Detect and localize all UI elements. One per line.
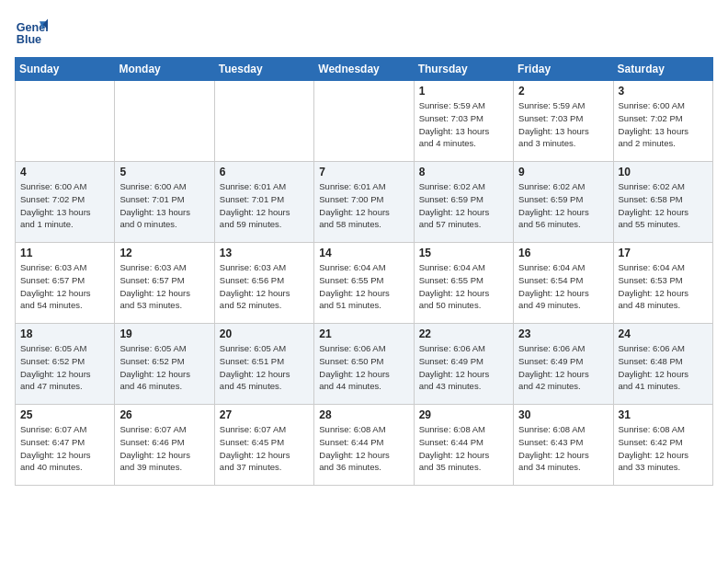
calendar-day: 28Sunrise: 6:08 AMSunset: 6:44 PMDayligh… [314,405,414,486]
day-number: 20 [220,327,309,340]
calendar-day: 11Sunrise: 6:03 AMSunset: 6:57 PMDayligh… [16,243,115,324]
logo-icon: General Blue [15,15,48,48]
calendar-day: 27Sunrise: 6:07 AMSunset: 6:45 PMDayligh… [214,405,313,486]
calendar-day: 25Sunrise: 6:07 AMSunset: 6:47 PMDayligh… [16,405,115,486]
weekday-header-thursday: Thursday [414,58,513,81]
logo: General Blue [15,15,51,48]
calendar-day: 15Sunrise: 6:04 AMSunset: 6:55 PMDayligh… [414,243,513,324]
day-number: 11 [20,247,109,259]
day-number: 17 [619,247,708,259]
day-info: Sunrise: 6:00 AMSunset: 7:01 PMDaylight:… [119,180,209,231]
day-info: Sunrise: 6:04 AMSunset: 6:53 PMDaylight:… [619,261,708,312]
calendar-day: 1Sunrise: 5:59 AMSunset: 7:03 PMDaylight… [414,81,513,162]
calendar-body: 1Sunrise: 5:59 AMSunset: 7:03 PMDaylight… [16,81,713,486]
day-number: 15 [419,247,508,259]
day-number: 26 [119,408,209,421]
calendar-day: 3Sunrise: 6:00 AMSunset: 7:02 PMDaylight… [613,81,712,162]
day-info: Sunrise: 6:07 AMSunset: 6:47 PMDaylight:… [20,423,109,474]
day-number: 4 [20,166,109,178]
day-info: Sunrise: 6:03 AMSunset: 6:57 PMDaylight:… [119,261,209,312]
calendar-day: 30Sunrise: 6:08 AMSunset: 6:43 PMDayligh… [514,405,613,486]
day-number: 24 [619,327,708,340]
day-info: Sunrise: 6:03 AMSunset: 6:56 PMDaylight:… [220,261,309,312]
day-number: 30 [518,408,608,421]
svg-text:Blue: Blue [17,33,41,46]
calendar-day: 9Sunrise: 6:02 AMSunset: 6:59 PMDaylight… [514,162,613,243]
calendar-day [314,81,414,162]
page-header: General Blue [15,15,713,48]
day-info: Sunrise: 6:00 AMSunset: 7:02 PMDaylight:… [20,180,109,231]
day-number: 2 [518,85,608,98]
day-number: 16 [518,247,608,259]
day-number: 7 [319,166,408,178]
day-info: Sunrise: 6:05 AMSunset: 6:51 PMDaylight:… [220,342,309,393]
calendar-day: 13Sunrise: 6:03 AMSunset: 6:56 PMDayligh… [214,243,313,324]
day-number: 3 [619,85,708,98]
day-info: Sunrise: 6:08 AMSunset: 6:43 PMDaylight:… [518,423,608,474]
weekday-header-friday: Friday [514,58,613,81]
day-info: Sunrise: 6:06 AMSunset: 6:50 PMDaylight:… [319,342,408,393]
day-info: Sunrise: 6:05 AMSunset: 6:52 PMDaylight:… [20,342,109,393]
calendar-day: 16Sunrise: 6:04 AMSunset: 6:54 PMDayligh… [514,243,613,324]
calendar-day: 8Sunrise: 6:02 AMSunset: 6:59 PMDaylight… [414,162,513,243]
day-info: Sunrise: 6:06 AMSunset: 6:49 PMDaylight:… [518,342,608,393]
day-info: Sunrise: 6:02 AMSunset: 6:59 PMDaylight:… [518,180,608,231]
day-info: Sunrise: 6:08 AMSunset: 6:44 PMDaylight:… [419,423,508,474]
day-info: Sunrise: 6:04 AMSunset: 6:55 PMDaylight:… [319,261,408,312]
calendar-day: 29Sunrise: 6:08 AMSunset: 6:44 PMDayligh… [414,405,513,486]
calendar-day: 31Sunrise: 6:08 AMSunset: 6:42 PMDayligh… [613,405,712,486]
day-info: Sunrise: 6:02 AMSunset: 6:58 PMDaylight:… [619,180,708,231]
day-info: Sunrise: 6:01 AMSunset: 7:01 PMDaylight:… [220,180,309,231]
day-info: Sunrise: 6:07 AMSunset: 6:45 PMDaylight:… [220,423,309,474]
weekday-header-tuesday: Tuesday [214,58,313,81]
weekday-header-wednesday: Wednesday [314,58,414,81]
day-info: Sunrise: 6:04 AMSunset: 6:54 PMDaylight:… [518,261,608,312]
day-number: 23 [518,327,608,340]
day-number: 21 [319,327,408,340]
calendar-header: SundayMondayTuesdayWednesdayThursdayFrid… [16,58,713,81]
calendar-week-2: 4Sunrise: 6:00 AMSunset: 7:02 PMDaylight… [16,162,713,243]
weekday-header-sunday: Sunday [16,58,115,81]
calendar-day: 26Sunrise: 6:07 AMSunset: 6:46 PMDayligh… [115,405,214,486]
day-number: 27 [220,408,309,421]
calendar-day: 23Sunrise: 6:06 AMSunset: 6:49 PMDayligh… [514,324,613,405]
calendar-day: 12Sunrise: 6:03 AMSunset: 6:57 PMDayligh… [115,243,214,324]
day-number: 12 [119,247,209,259]
day-number: 9 [518,166,608,178]
calendar-day: 5Sunrise: 6:00 AMSunset: 7:01 PMDaylight… [115,162,214,243]
day-number: 1 [419,85,508,98]
day-number: 6 [220,166,309,178]
calendar-day [214,81,313,162]
day-number: 5 [119,166,209,178]
calendar-day: 22Sunrise: 6:06 AMSunset: 6:49 PMDayligh… [414,324,513,405]
weekday-header-saturday: Saturday [613,58,712,81]
calendar-week-5: 25Sunrise: 6:07 AMSunset: 6:47 PMDayligh… [16,405,713,486]
day-info: Sunrise: 6:07 AMSunset: 6:46 PMDaylight:… [119,423,209,474]
calendar-week-1: 1Sunrise: 5:59 AMSunset: 7:03 PMDaylight… [16,81,713,162]
day-number: 14 [319,247,408,259]
day-info: Sunrise: 5:59 AMSunset: 7:03 PMDaylight:… [419,99,508,150]
calendar-day [115,81,214,162]
day-info: Sunrise: 6:00 AMSunset: 7:02 PMDaylight:… [619,99,708,150]
day-info: Sunrise: 6:06 AMSunset: 6:48 PMDaylight:… [619,342,708,393]
calendar-week-3: 11Sunrise: 6:03 AMSunset: 6:57 PMDayligh… [16,243,713,324]
calendar: SundayMondayTuesdayWednesdayThursdayFrid… [15,57,713,486]
calendar-day: 19Sunrise: 6:05 AMSunset: 6:52 PMDayligh… [115,324,214,405]
calendar-day: 7Sunrise: 6:01 AMSunset: 7:00 PMDaylight… [314,162,414,243]
calendar-day: 14Sunrise: 6:04 AMSunset: 6:55 PMDayligh… [314,243,414,324]
calendar-day: 4Sunrise: 6:00 AMSunset: 7:02 PMDaylight… [16,162,115,243]
day-number: 19 [119,327,209,340]
day-info: Sunrise: 6:01 AMSunset: 7:00 PMDaylight:… [319,180,408,231]
day-number: 13 [220,247,309,259]
calendar-week-4: 18Sunrise: 6:05 AMSunset: 6:52 PMDayligh… [16,324,713,405]
day-info: Sunrise: 6:05 AMSunset: 6:52 PMDaylight:… [119,342,209,393]
day-info: Sunrise: 6:02 AMSunset: 6:59 PMDaylight:… [419,180,508,231]
day-number: 22 [419,327,508,340]
day-number: 25 [20,408,109,421]
calendar-day: 10Sunrise: 6:02 AMSunset: 6:58 PMDayligh… [613,162,712,243]
day-info: Sunrise: 5:59 AMSunset: 7:03 PMDaylight:… [518,99,608,150]
calendar-day: 18Sunrise: 6:05 AMSunset: 6:52 PMDayligh… [16,324,115,405]
day-number: 8 [419,166,508,178]
calendar-day: 21Sunrise: 6:06 AMSunset: 6:50 PMDayligh… [314,324,414,405]
calendar-day: 20Sunrise: 6:05 AMSunset: 6:51 PMDayligh… [214,324,313,405]
